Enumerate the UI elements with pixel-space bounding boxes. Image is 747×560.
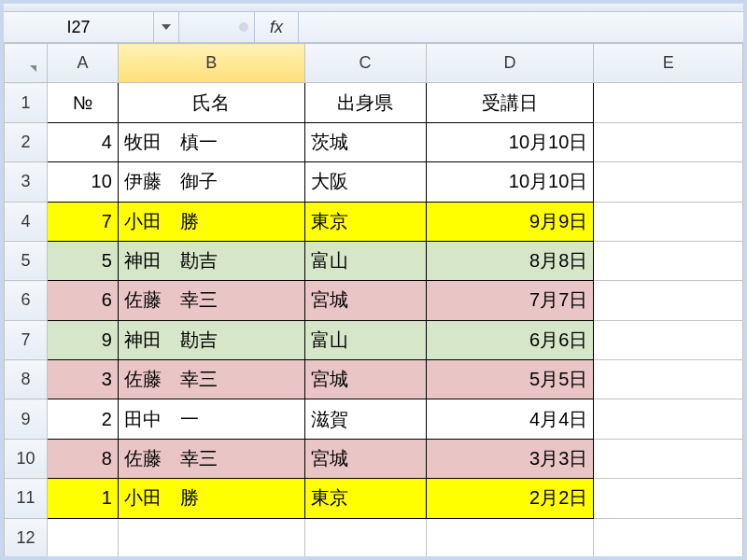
cell[interactable]: 4月4日 — [426, 399, 594, 439]
chevron-down-icon — [162, 24, 171, 30]
cell[interactable] — [304, 518, 426, 558]
cell[interactable]: 宮城 — [304, 439, 426, 478]
column-header-D[interactable]: D — [426, 44, 594, 83]
row-header[interactable]: 5 — [5, 241, 48, 280]
cell[interactable] — [118, 518, 304, 558]
cell[interactable]: 3月3日 — [426, 439, 594, 478]
cell[interactable]: 8月8日 — [426, 241, 594, 280]
cell[interactable]: 9 — [47, 320, 118, 359]
cell[interactable]: 佐藤 幸三 — [118, 281, 304, 320]
name-box-dropdown[interactable] — [154, 12, 179, 42]
cell[interactable]: № — [47, 83, 118, 122]
column-header-B[interactable]: B — [118, 44, 304, 83]
row-header[interactable]: 11 — [5, 479, 48, 518]
cell[interactable]: 滋賀 — [304, 399, 426, 439]
cell[interactable]: 神田 勘吉 — [118, 320, 304, 359]
cell[interactable]: 東京 — [304, 202, 426, 241]
cell[interactable] — [47, 518, 118, 558]
cell[interactable] — [594, 241, 743, 280]
cell[interactable]: 2月2日 — [426, 479, 594, 518]
cell[interactable]: 牧田 槙一 — [118, 122, 304, 161]
cell[interactable] — [594, 281, 743, 320]
formula-bar-buttons — [179, 12, 255, 42]
cell[interactable]: 茨城 — [304, 122, 426, 161]
cell[interactable]: 小田 勝 — [118, 202, 304, 241]
column-header-C[interactable]: C — [304, 44, 426, 83]
row-header[interactable]: 7 — [5, 320, 48, 359]
cell[interactable] — [594, 202, 743, 241]
cell[interactable]: 大阪 — [304, 162, 426, 202]
row-header[interactable]: 6 — [5, 281, 48, 320]
cell[interactable] — [594, 360, 743, 399]
cell[interactable]: 1 — [47, 479, 118, 518]
fx-icon[interactable]: fx — [255, 12, 299, 42]
cell[interactable]: 5 — [47, 241, 118, 280]
cell[interactable] — [594, 320, 743, 359]
svg-marker-0 — [162, 24, 171, 30]
grid[interactable]: ABCDE1№氏名出身県受講日24牧田 槙一茨城10月10日310伊藤 御子大阪… — [4, 43, 743, 558]
cell[interactable] — [594, 518, 743, 558]
row-header[interactable]: 10 — [5, 439, 48, 478]
name-box[interactable]: I27 — [4, 12, 154, 42]
cell[interactable] — [594, 399, 743, 439]
column-header-A[interactable]: A — [47, 44, 118, 83]
cell[interactable]: 6 — [47, 281, 118, 320]
cell[interactable] — [426, 518, 594, 558]
cell[interactable]: 氏名 — [118, 83, 304, 122]
cell[interactable]: 伊藤 御子 — [118, 162, 304, 202]
row-header[interactable]: 3 — [5, 162, 48, 202]
cell[interactable]: 佐藤 幸三 — [118, 360, 304, 399]
cell[interactable]: 宮城 — [304, 360, 426, 399]
cell[interactable]: 出身県 — [304, 83, 426, 122]
cell[interactable]: 6月6日 — [426, 320, 594, 359]
row-header[interactable]: 9 — [5, 399, 48, 439]
cell[interactable] — [594, 439, 743, 478]
row-header[interactable]: 4 — [5, 202, 48, 241]
formula-input[interactable] — [299, 12, 743, 42]
cell[interactable]: 9月9日 — [426, 202, 594, 241]
cell[interactable]: 7月7日 — [426, 281, 594, 320]
cell[interactable] — [594, 162, 743, 202]
cell[interactable] — [594, 83, 743, 122]
cell[interactable]: 佐藤 幸三 — [118, 439, 304, 478]
cell[interactable]: 富山 — [304, 241, 426, 280]
worksheet[interactable]: ABCDE1№氏名出身県受講日24牧田 槙一茨城10月10日310伊藤 御子大阪… — [4, 43, 743, 558]
cell[interactable]: 5月5日 — [426, 360, 594, 399]
cell[interactable]: 10 — [47, 162, 118, 202]
cell[interactable]: 東京 — [304, 479, 426, 518]
cell[interactable]: 神田 勘吉 — [118, 241, 304, 280]
cell[interactable]: 田中 一 — [118, 399, 304, 439]
cell[interactable]: 2 — [47, 399, 118, 439]
cell[interactable]: 8 — [47, 439, 118, 478]
cell[interactable]: 7 — [47, 202, 118, 241]
cell[interactable]: 宮城 — [304, 281, 426, 320]
cell[interactable]: 富山 — [304, 320, 426, 359]
cell[interactable]: 4 — [47, 122, 118, 161]
column-header-E[interactable]: E — [594, 44, 743, 83]
cell[interactable]: 10月10日 — [426, 162, 594, 202]
select-all-icon — [30, 65, 36, 72]
row-header[interactable]: 12 — [5, 518, 48, 558]
row-header[interactable]: 8 — [5, 360, 48, 399]
select-all-corner[interactable] — [5, 44, 48, 83]
row-header[interactable]: 2 — [5, 122, 48, 161]
cell[interactable]: 10月10日 — [426, 122, 594, 161]
cell[interactable]: 小田 勝 — [118, 479, 304, 518]
cell[interactable] — [594, 479, 743, 518]
cell[interactable]: 3 — [47, 360, 118, 399]
row-header[interactable]: 1 — [5, 83, 48, 122]
ribbon-gap — [4, 4, 743, 12]
formula-bar: I27 fx — [4, 12, 743, 43]
cell[interactable]: 受講日 — [426, 83, 594, 122]
cell[interactable] — [594, 122, 743, 161]
